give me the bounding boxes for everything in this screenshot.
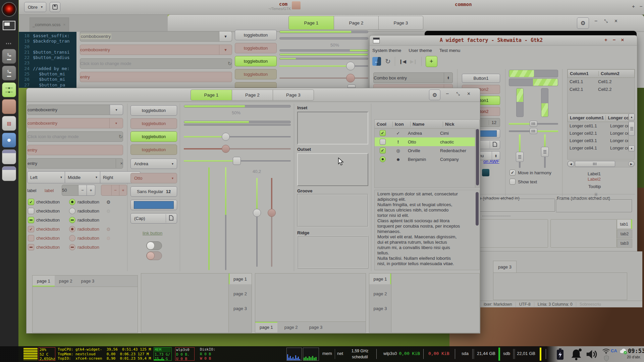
gtk2-minimize-icon[interactable]: −	[613, 37, 616, 43]
gtk2-check1-row[interactable]: ✓Move in harmony	[509, 170, 551, 176]
wifi-interface[interactable]: wlp3s0	[383, 351, 397, 356]
volume-icon[interactable]	[585, 349, 598, 361]
dock-item-terminal-2[interactable]: $▂▂▂	[2, 66, 16, 80]
vertical-scrollbar[interactable]	[475, 191, 479, 270]
fg-togglebutton3[interactable]: togglebutton	[130, 131, 177, 142]
vertical-scrollbar[interactable]: ▲ ▼	[628, 114, 635, 152]
fg-name-combo[interactable]: Andrea▾	[130, 159, 177, 169]
gtk2-table1[interactable]: Column1Column2 Cell1.1Cell1.2 Cell2.1Cel…	[567, 69, 635, 113]
editor-tab-close-icon[interactable]: ×	[63, 22, 65, 27]
fg-hscale3-handle[interactable]	[233, 157, 241, 165]
fg-restore-icon[interactable]: ⤡	[456, 91, 460, 97]
spin-arrows-icon[interactable]: ▴▾	[444, 73, 452, 83]
column-header-nick[interactable]: Nick	[443, 122, 479, 127]
spin-value[interactable]: 50	[62, 185, 78, 196]
vertical-scrollbar[interactable]	[475, 128, 479, 188]
bg-togglebutton1[interactable]: togglebutton	[235, 30, 277, 40]
chevron-down-icon[interactable]: ▾	[219, 32, 232, 41]
dock-item-archive[interactable]	[2, 99, 16, 114]
mem-plugin-label[interactable]: mem	[322, 351, 332, 356]
fg-entry[interactable]: entry×	[27, 158, 123, 169]
bg-close-icon[interactable]: ×	[614, 18, 618, 24]
dock-item-contacts[interactable]: ☻	[2, 133, 16, 147]
menu-user-theme[interactable]: User theme	[409, 48, 432, 53]
checkbox-checked-icon[interactable]: ✓	[509, 170, 516, 176]
bg-tab-page3[interactable]: Page 3	[379, 16, 423, 30]
bg-scale3-handle[interactable]	[347, 84, 356, 88]
nb-tab[interactable]: page 2	[280, 322, 302, 333]
fg-vscale3-handle[interactable]	[253, 209, 261, 217]
radio-selected-icon[interactable]	[69, 199, 75, 205]
hal-eye-logo[interactable]	[2, 2, 16, 17]
bg-togglebutton5-sliver[interactable]	[235, 82, 277, 88]
table-row[interactable]: Cell2.1Cell2.2	[568, 85, 635, 93]
checkbutton-label[interactable]: checkbutton	[36, 208, 67, 214]
refresh-icon[interactable]: ↻	[118, 134, 123, 140]
bg-gear-button[interactable]: ⚙	[577, 17, 589, 29]
bg-scale1-handle[interactable]	[346, 62, 355, 70]
fg-file-button[interactable]: (Cap)	[130, 213, 177, 224]
cpu-freq[interactable]: 1,59 GHzschedutil	[348, 348, 372, 360]
gtk2-side-tab3[interactable]: tab3	[617, 239, 632, 248]
fg-headerbar[interactable]: Page 1 Page 2 Page 3 ⚙ − ⤡ ×	[26, 88, 480, 102]
menu-test-menu[interactable]: Test menu	[439, 48, 460, 53]
nb-tab-active[interactable]: page 1	[229, 274, 252, 284]
dock-item-mixer-active[interactable]: ─●──●─	[2, 82, 16, 97]
tree-row[interactable]: ✓ ✓ Andrea Cimi	[375, 129, 479, 137]
gtk2-hscale1-handle[interactable]	[530, 121, 537, 127]
fg-tab-page3[interactable]: Page 3	[273, 89, 314, 101]
nb-tab[interactable]: page 2	[369, 288, 391, 299]
dock-item-terminal-1[interactable]: $▂▂▂	[2, 49, 16, 64]
gtk2-vscale1-track[interactable]	[519, 134, 521, 168]
radio-selected-icon[interactable]	[380, 156, 386, 162]
save-button[interactable]	[50, 2, 60, 12]
fg-togglebutton1[interactable]: togglebutton	[130, 105, 177, 116]
clock[interactable]: 09:53	[628, 348, 644, 354]
scroll-left-icon[interactable]: ◀	[568, 161, 574, 167]
tree-row[interactable]: ☻ Benjamin Company	[375, 155, 479, 164]
nb-tab[interactable]: page 2	[55, 276, 77, 287]
scrollbar-thumb[interactable]	[629, 122, 635, 136]
checkbox-checked-icon[interactable]: ✓	[380, 147, 386, 154]
bg-tab-page2[interactable]: Page 2	[334, 16, 379, 30]
column-header-icon[interactable]: Icon	[392, 122, 410, 127]
bg-page3-tab[interactable]: page 3	[493, 261, 517, 273]
dock-item-window-1[interactable]	[2, 149, 16, 164]
checkbox-checked-icon[interactable]: ✓	[380, 130, 386, 136]
fg-link-button[interactable]: link button	[143, 231, 162, 236]
column-header[interactable]: Longer column1	[568, 115, 605, 120]
nb-tab-active[interactable]: page 1	[369, 274, 391, 284]
fg-switch-off[interactable]	[146, 241, 162, 250]
bg-scale1-track[interactable]	[279, 65, 368, 67]
tree-row[interactable]: ✓ ◎ Orville Redenbacher	[375, 146, 479, 155]
fg-tab-page2[interactable]: Page 2	[232, 89, 273, 101]
gtk2-vscale2-handle[interactable]	[541, 147, 549, 157]
bg-togglebutton2[interactable]: togglebutton	[235, 43, 277, 53]
radiobutton-label[interactable]: radiobutton	[77, 199, 104, 204]
fg-color-button[interactable]	[130, 200, 177, 210]
dock-item-window-2[interactable]	[2, 166, 16, 181]
checkbox-unchecked-icon[interactable]	[380, 139, 386, 145]
fg-minimize-icon[interactable]: −	[446, 91, 449, 97]
scrollbar-thumb[interactable]	[575, 161, 615, 167]
bg-togglebutton3[interactable]: togglebutton	[235, 56, 277, 66]
bg-togglebutton4[interactable]: togglebutton	[235, 69, 277, 79]
table-row[interactable]: Longer cell4.1Longer cel	[568, 144, 635, 152]
nb-tab[interactable]: page 3	[305, 322, 327, 333]
open-button[interactable]: Obre▾	[24, 2, 46, 12]
gtk2-link-button[interactable]: on AWF	[483, 159, 499, 164]
fg-hscale1-track[interactable]	[184, 136, 291, 137]
table-row[interactable]: Longer cell1.1Longer cel	[568, 122, 635, 129]
column-header[interactable]: Longer col	[605, 115, 629, 120]
disk-sda-label[interactable]: sda	[462, 351, 469, 356]
gtk2-titlebar[interactable]: A widget factory - Skewaita - Gtk2 +−×	[370, 36, 637, 46]
gtk2-check2-row[interactable]: Show text	[509, 179, 537, 185]
menu-system-theme[interactable]: System theme	[372, 48, 401, 53]
bg-comboboxentry1[interactable]: comboboxentry▾	[80, 31, 232, 42]
go-first-icon[interactable]: ❙◀	[399, 59, 406, 64]
bg-comboboxentry2[interactable]: comboboxentry▾	[80, 45, 232, 55]
fg-tab-page1[interactable]: Page 1	[191, 89, 232, 101]
editor-tab[interactable]: _common.scss×	[30, 17, 69, 32]
bg-restore-icon[interactable]: ⤡	[604, 18, 607, 24]
refresh-icon[interactable]: ↻	[227, 61, 232, 67]
